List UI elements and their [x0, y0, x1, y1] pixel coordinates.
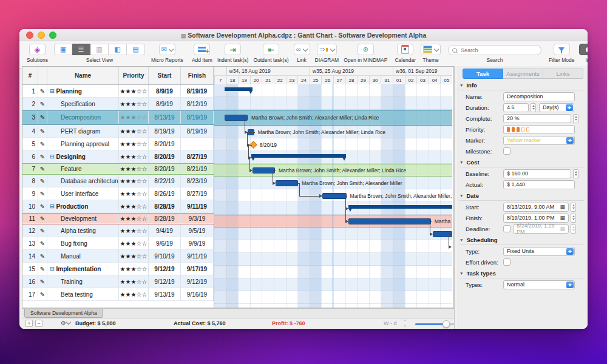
- task-bar[interactable]: [253, 167, 275, 174]
- priority-pip[interactable]: [526, 127, 529, 132]
- close-window-button[interactable]: [26, 32, 33, 39]
- priority-stars[interactable]: ★★★☆☆: [119, 164, 149, 174]
- table-row[interactable]: 8✎Database architecture★★★☆☆8/22/198/23/…: [22, 175, 214, 187]
- start-date[interactable]: 8/28/19: [149, 214, 181, 224]
- gear-icon[interactable]: ⚙: [61, 320, 70, 326]
- priority-stars[interactable]: ★★★☆☆: [119, 85, 149, 98]
- col-header-start[interactable]: Start: [149, 67, 181, 84]
- inspector-tab-task[interactable]: Task: [463, 69, 503, 79]
- finish-date[interactable]: 8/12/19: [181, 98, 214, 110]
- priority-stars[interactable]: ★★★☆☆: [119, 98, 149, 110]
- section-header[interactable]: ▼Info: [459, 82, 584, 90]
- collapse-icon[interactable]: ⊟: [50, 88, 55, 94]
- priority-stars[interactable]: ★★★☆☆: [119, 138, 149, 150]
- finish-date[interactable]: 9/16/19: [181, 288, 214, 301]
- pencil-icon[interactable]: ✎: [38, 288, 47, 301]
- finish-date[interactable]: 8/27/19: [181, 187, 214, 200]
- col-header-icon[interactable]: [38, 67, 47, 84]
- priority-stars[interactable]: ★★★☆☆: [119, 175, 149, 187]
- disclosure-triangle-icon[interactable]: ▼: [459, 194, 463, 198]
- priority-stars[interactable]: ★★★☆☆: [119, 125, 149, 138]
- table-row[interactable]: 10✎⊟Production★★★☆☆8/28/199/11/19: [22, 200, 214, 213]
- duration-field[interactable]: 4.5: [503, 103, 529, 112]
- filter-mode-button[interactable]: Filter Mode: [549, 44, 575, 63]
- pencil-icon[interactable]: ✎: [38, 164, 47, 174]
- pencil-icon[interactable]: ✎: [38, 150, 47, 163]
- col-header-finish[interactable]: Finish: [181, 67, 214, 84]
- section-header[interactable]: ▼Date: [459, 192, 584, 201]
- dropdown-select[interactable]: Yellow marker: [503, 136, 575, 145]
- project-sheet-tab[interactable]: Software Development Alpha: [24, 309, 103, 318]
- start-date[interactable]: 8/9/19: [149, 85, 181, 98]
- priority-stars[interactable]: ★★★☆☆: [119, 150, 149, 163]
- priority-stars[interactable]: ★★★☆☆: [119, 111, 149, 124]
- pencil-icon[interactable]: ✎: [38, 237, 47, 250]
- view-assignment-button[interactable]: ◧: [109, 44, 127, 55]
- collapse-icon[interactable]: ⊟: [50, 203, 55, 209]
- solutions-button[interactable]: ◈ Solutions: [27, 44, 48, 63]
- priority-stars[interactable]: ★★★☆☆: [119, 187, 149, 200]
- finish-date[interactable]: 9/11/19: [181, 200, 214, 213]
- date-field[interactable]: 8/24/2019, 1:29 PM▦: [513, 224, 569, 234]
- finish-date[interactable]: 9/17/19: [181, 263, 214, 275]
- priority-pip[interactable]: [507, 127, 510, 132]
- priority-pip[interactable]: [512, 127, 515, 132]
- start-date[interactable]: 8/9/19: [149, 98, 181, 110]
- inspector-tab-assignments[interactable]: Assignments: [503, 69, 543, 79]
- stepper[interactable]: [531, 103, 536, 112]
- summary-bar[interactable]: [251, 154, 346, 158]
- link-button[interactable]: ∞ Link: [294, 44, 310, 63]
- pencil-icon[interactable]: ✎: [38, 125, 47, 138]
- text-field[interactable]: 20 %: [503, 114, 571, 123]
- priority-stars[interactable]: ★★★☆☆: [119, 214, 149, 224]
- pencil-icon[interactable]: ✎: [38, 111, 47, 124]
- section-header[interactable]: ▼Scheduling: [459, 237, 584, 245]
- checkbox[interactable]: [503, 225, 510, 232]
- table-row[interactable]: 16✎Training★★★☆☆9/12/199/12/19: [22, 275, 214, 288]
- table-row[interactable]: 1✎⊟Planning★★★☆☆8/9/198/19/19: [22, 85, 214, 98]
- collapse-icon[interactable]: ⊟: [50, 266, 55, 272]
- calendar-grid-icon[interactable]: ▦: [560, 215, 565, 221]
- micro-reports-button[interactable]: ✉ Micro Reports: [151, 44, 183, 63]
- start-date[interactable]: 8/28/19: [149, 200, 181, 213]
- stepper[interactable]: [571, 214, 576, 223]
- collapse-icon[interactable]: ⊟: [50, 153, 55, 160]
- dropdown-select[interactable]: Normal: [503, 280, 575, 289]
- info-button[interactable]: Info: [579, 44, 588, 63]
- table-row[interactable]: 13✎Bug fixing★★★☆☆9/6/199/9/19: [22, 237, 214, 250]
- priority-stars[interactable]: ★★★☆☆: [119, 250, 149, 263]
- finish-date[interactable]: 9/11/19: [181, 250, 214, 263]
- section-header[interactable]: ▼Task types: [459, 270, 584, 278]
- pencil-icon[interactable]: ✎: [38, 200, 47, 213]
- finish-date[interactable]: 8/19/19: [181, 85, 214, 98]
- pencil-icon[interactable]: ✎: [38, 275, 47, 288]
- checkbox[interactable]: [503, 147, 510, 155]
- stepper[interactable]: [573, 169, 578, 178]
- pencil-icon[interactable]: ✎: [38, 187, 47, 200]
- priority-stars[interactable]: ★★★☆☆: [119, 263, 149, 275]
- view-resource-button[interactable]: ▥: [90, 44, 109, 55]
- table-row[interactable]: 17✎Beta testing★★★☆☆9/13/199/16/19: [22, 288, 214, 301]
- dropdown-select[interactable]: Fixed Units: [503, 247, 575, 256]
- finish-date[interactable]: 8/27/19: [181, 150, 214, 163]
- search-field[interactable]: [448, 45, 541, 55]
- outdent-tasks-button[interactable]: ⇤ Outdent task(s): [253, 44, 288, 63]
- table-row[interactable]: 5✎Planning approval★★★☆☆8/20/19: [22, 138, 214, 150]
- priority-stars[interactable]: ★★★☆☆: [119, 288, 149, 301]
- theme-button[interactable]: Theme: [421, 44, 441, 63]
- add-row-button[interactable]: +: [25, 320, 33, 327]
- table-row[interactable]: 9✎User interface★★★☆☆8/26/198/27/19: [22, 187, 214, 200]
- start-date[interactable]: 8/22/19: [149, 175, 181, 187]
- pencil-icon[interactable]: ✎: [38, 138, 47, 150]
- col-header-name[interactable]: Name: [47, 67, 119, 84]
- start-date[interactable]: 8/20/19: [149, 138, 181, 150]
- stepper[interactable]: [573, 114, 578, 123]
- start-date[interactable]: 8/26/19: [149, 187, 181, 200]
- table-row[interactable]: 7✎Feature★★★☆☆8/20/198/21/19: [22, 163, 214, 175]
- add-item-button[interactable]: Add Item: [192, 44, 212, 63]
- task-bar[interactable]: [276, 180, 298, 186]
- pencil-icon[interactable]: ✎: [38, 250, 47, 263]
- text-field[interactable]: $ 1,440: [503, 180, 575, 189]
- date-field[interactable]: 8/19/2019, 1:00 PM▦: [503, 214, 569, 223]
- start-date[interactable]: 8/19/19: [149, 125, 181, 138]
